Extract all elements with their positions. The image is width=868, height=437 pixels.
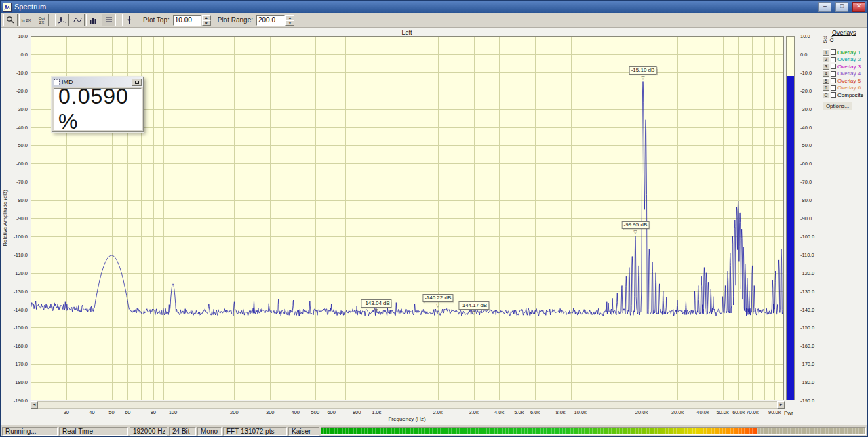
overlay-set-button[interactable]: 6: [823, 85, 829, 91]
meter-scale-label: -150.0: [800, 325, 814, 331]
overlay-label: Overlay 4: [837, 70, 861, 77]
zoom-button[interactable]: [3, 14, 18, 26]
plot-range-label: Plot Range:: [218, 16, 253, 24]
meter-scale-label: -180.0: [800, 379, 814, 386]
meter-scale-label: -110.0: [800, 252, 814, 258]
x-axis-tick-label: 1.0k: [372, 409, 381, 415]
maximize-button[interactable]: □: [835, 2, 848, 12]
marker-cursor-icon: [125, 16, 134, 24]
overlay-on-checkbox[interactable]: [831, 85, 836, 91]
y-axis-tick-label: -140.0: [14, 307, 28, 313]
meter-scale-label: -100.0: [800, 234, 814, 240]
y-axis-tick-label: -20.0: [16, 88, 28, 94]
spectrum-window: Spectrum – □ ✕ In 2X Out 2X: [0, 0, 868, 437]
zoom-in-2x-button[interactable]: In 2X: [19, 14, 33, 26]
x-axis-tick-label: 60: [125, 409, 130, 415]
overlay-set-button[interactable]: 1: [823, 49, 829, 56]
x-axis-tick-label: 70.0k: [746, 409, 758, 415]
overlays-options-button[interactable]: Options...: [823, 102, 852, 110]
y-axis-tick-label: -100.0: [14, 234, 28, 240]
overlays-set-column-header: Set: [823, 36, 827, 43]
overlay-row: 2Overlay 2: [823, 56, 867, 64]
bar-graph-button[interactable]: [86, 14, 100, 26]
overlay-on-checkbox[interactable]: [831, 64, 836, 69]
x-axis-tick-label: 600: [327, 409, 336, 415]
meter-scale-label: -140.0: [800, 307, 814, 313]
data-list-button[interactable]: [102, 14, 116, 26]
close-button[interactable]: ✕: [852, 2, 865, 12]
overlay-on-checkbox[interactable]: [831, 49, 836, 55]
y-axis-labels: 10.00.0-10.0-20.0-30.0-40.0-50.0-60.0-70…: [1, 36, 29, 400]
meter-scale-label: -20.0: [800, 88, 812, 94]
overlay-on-checkbox[interactable]: [831, 71, 836, 77]
y-axis-tick-label: 0.0: [21, 51, 28, 58]
status-segment: Running...: [2, 427, 58, 436]
plot-top-spin-up-icon[interactable]: ▲: [202, 15, 211, 20]
overlay-label: Composite: [837, 92, 863, 98]
x-axis-tick-label: 100: [169, 409, 178, 415]
overlay-row: 3Overlay 3: [823, 63, 867, 70]
meter-scale-labels: 10.00.0-10.0-20.0-30.0-40.0-50.0-60.0-70…: [800, 36, 821, 400]
plot-range-spin-down-icon[interactable]: ▼: [285, 20, 294, 26]
smooth-curve-icon: [73, 16, 82, 24]
x-axis-tick-label: 40.0k: [696, 409, 709, 415]
meter-scale-label: -190.0: [800, 398, 814, 404]
peak-curve-button[interactable]: [55, 14, 69, 26]
status-segment: 24 Bit: [169, 427, 196, 436]
overlay-set-button[interactable]: 3: [823, 64, 829, 70]
overlay-set-button[interactable]: 4: [823, 70, 829, 77]
y-axis-tick-label: -180.0: [14, 379, 28, 386]
overlay-set-button[interactable]: C: [823, 92, 829, 98]
x-axis-tick-label: 30: [64, 409, 69, 415]
level-progress-fill: [321, 428, 757, 434]
peak-curve-icon: [58, 16, 66, 24]
x-axis-tick-label: 20.0k: [635, 409, 648, 415]
bar-graph-icon: [89, 16, 98, 24]
y-axis-tick-label: -120.0: [14, 270, 28, 276]
x-axis-title: Frequency (Hz): [388, 416, 425, 422]
overlay-rows: 1Overlay 12Overlay 23Overlay 34Overlay 4…: [823, 49, 867, 99]
marker-tool-button[interactable]: [122, 14, 136, 26]
x-axis-tick-label: 200: [230, 409, 239, 415]
x-axis-tick-label: 500: [311, 409, 320, 415]
imd-window: IMD 0.0590 %: [52, 77, 144, 132]
plot-top-spin-down-icon[interactable]: ▼: [202, 20, 211, 26]
level-progress-bar: [321, 427, 866, 435]
magnifier-icon: [6, 16, 15, 24]
meter-scale-label: 0.0: [800, 51, 807, 58]
scroll-right-icon[interactable]: ►: [777, 401, 785, 409]
overlay-row: CComposite: [823, 91, 867, 99]
x-axis-tick-label: 5.0k: [514, 409, 524, 415]
minimize-button[interactable]: –: [818, 2, 831, 12]
zoom-out-2x-button[interactable]: Out 2X: [35, 14, 49, 26]
x-axis-tick-label: 300: [266, 409, 275, 415]
overlay-on-checkbox[interactable]: [831, 78, 836, 83]
meter-scale-label: 10.0: [800, 33, 810, 39]
y-axis-tick-label: -60.0: [16, 161, 28, 167]
meter-scale-label: -60.0: [800, 161, 812, 167]
overlay-on-checkbox[interactable]: [831, 92, 836, 98]
overlay-on-checkbox[interactable]: [831, 57, 836, 62]
title-bar[interactable]: Spectrum – □ ✕: [1, 1, 867, 13]
scroll-left-icon[interactable]: ◄: [31, 401, 38, 409]
overlay-set-button[interactable]: 5: [823, 78, 829, 84]
overlays-on-column-header: On: [829, 36, 834, 42]
channel-label: Left: [401, 29, 412, 36]
smooth-curve-button[interactable]: [71, 14, 85, 26]
overlay-row: 4Overlay 4: [823, 70, 867, 78]
plot-horizontal-scrollbar[interactable]: [31, 401, 785, 409]
meter-scale-label: -120.0: [800, 270, 814, 276]
x-axis-tick-label: 90.0k: [768, 409, 781, 415]
x-axis-tick-label: 2.0k: [433, 409, 443, 415]
overlay-label: Overlay 6: [837, 85, 861, 91]
plot-range-spin-up-icon[interactable]: ▲: [285, 15, 294, 20]
x-axis-labels: 30405060801002003004005006008001.0k2.0k3…: [31, 409, 784, 416]
imd-readout-panel: 0.0590 %: [54, 88, 142, 130]
meter-scale-label: -40.0: [800, 125, 812, 131]
x-axis-tick-label: 30.0k: [671, 409, 684, 415]
plot-range-input[interactable]: [256, 15, 285, 26]
y-axis-tick-label: -10.0: [16, 70, 28, 76]
overlay-set-button[interactable]: 2: [823, 56, 829, 62]
plot-top-input[interactable]: [173, 15, 201, 26]
overlay-label: Overlay 2: [837, 56, 861, 62]
